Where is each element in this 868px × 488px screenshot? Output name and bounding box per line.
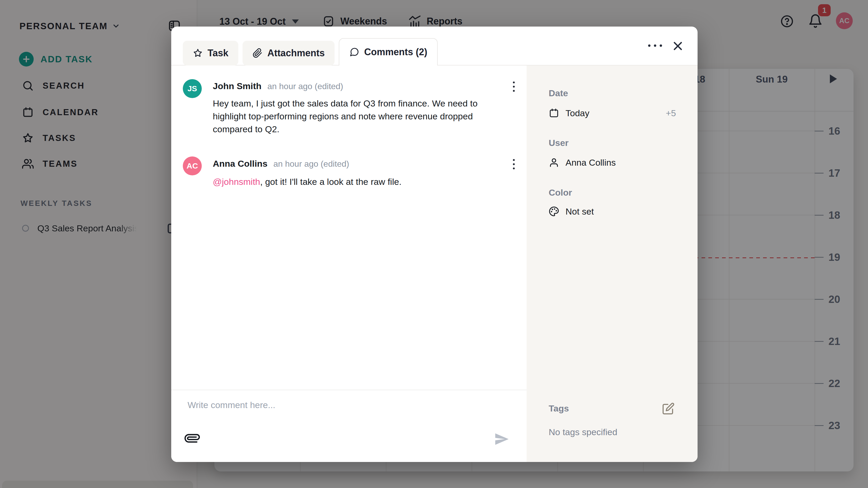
date-extra-button[interactable]: +5 [666,106,676,121]
user-value: Anna Collins [565,158,616,168]
tab-bar: Task Attachments Comments (2) [183,38,438,65]
comment-bubble-icon [349,47,359,57]
tab-attachments[interactable]: Attachments [243,41,335,65]
comment-input[interactable] [187,399,512,435]
comment-header: Anna Collins an hour ago (edited) [213,158,349,169]
composer-divider [171,390,527,390]
attach-file-button[interactable] [185,431,201,447]
close-icon [671,39,685,53]
edit-tags-button[interactable] [662,402,675,415]
comment-text: Hey team, I just got the sales data for … [213,97,507,136]
paperclip-icon [252,48,262,58]
calendar-icon [549,108,559,118]
tab-comments[interactable]: Comments (2) [339,38,438,65]
task-properties-panel: Date Today +5 User Anna Collins Color [527,65,698,462]
comment-author: John Smith [213,81,261,91]
tab-label: Task [208,47,228,59]
mention-link[interactable]: @johnsmith [213,177,260,187]
date-value: Today [565,108,589,118]
user-row[interactable]: Anna Collins [549,155,616,170]
paperclip-icon [185,431,201,446]
tab-label: Attachments [267,47,324,59]
send-comment-button[interactable] [494,431,510,447]
comment-timestamp: an hour ago (edited) [268,82,343,91]
send-icon [494,431,510,447]
edit-icon [662,402,675,415]
color-row[interactable]: Not set [549,204,594,219]
star-icon [193,48,203,58]
user-section-label: User [549,137,569,149]
modal-header: Task Attachments Comments (2) [171,27,698,65]
comment-avatar: JS [183,79,202,98]
tab-label: Comments (2) [364,46,427,58]
close-button[interactable] [671,39,685,53]
comment-text-rest: , got it! I'll take a look at the raw fi… [260,177,402,187]
color-value: Not set [565,206,594,217]
comment-timestamp: an hour ago (edited) [273,159,349,168]
more-vertical-icon [513,82,515,83]
tags-empty-text: No tags specified [549,426,617,438]
tab-task[interactable]: Task [183,41,238,65]
tags-section-label: Tags [549,402,569,414]
more-horizontal-icon [648,44,650,47]
comment-menu-button[interactable] [506,78,521,95]
comments-list: JS John Smith an hour ago (edited) Hey t… [171,65,527,462]
comment-header: John Smith an hour ago (edited) [213,80,343,92]
more-vertical-icon [513,159,515,161]
date-section-label: Date [549,87,568,99]
more-options-button[interactable] [645,39,665,52]
comment-menu-button[interactable] [506,156,521,172]
comment-text: @johnsmith, got it! I'll take a look at … [213,175,507,188]
palette-icon [549,206,559,217]
comment-author: Anna Collins [213,159,268,168]
color-section-label: Color [549,187,572,198]
app-screen: PERSONAL TEAM ADD TASK S [0,0,868,488]
user-icon [549,157,559,168]
task-modal: Task Attachments Comments (2) [171,27,698,462]
date-row[interactable]: Today [549,106,589,121]
comment-avatar: AC [183,157,202,175]
